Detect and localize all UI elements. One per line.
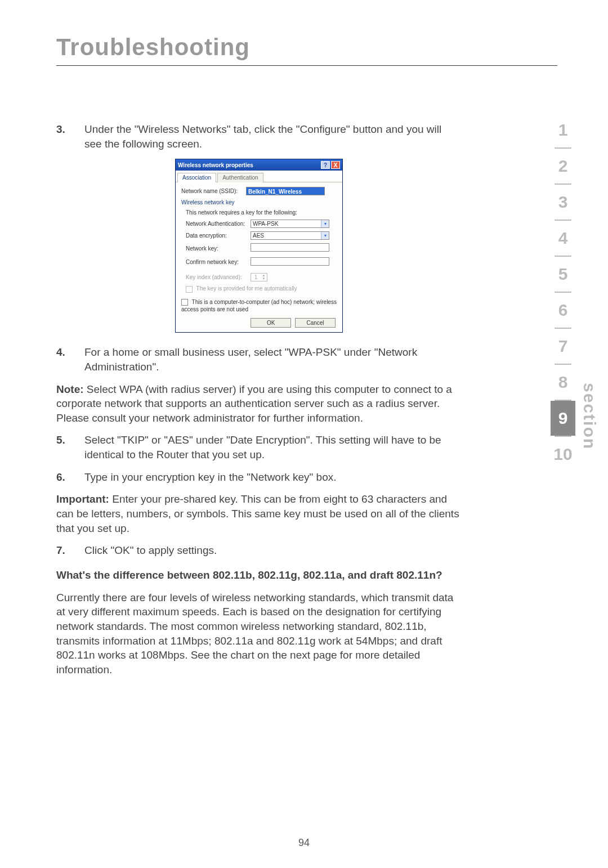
chevron-down-icon: ▾ bbox=[321, 232, 329, 239]
key-index-label: Key index (advanced): bbox=[186, 274, 251, 281]
content-area: 3. Under the "Wireless Networks" tab, cl… bbox=[56, 122, 462, 677]
auto-key-label: The key is provided for me automatically bbox=[196, 285, 297, 292]
dialog-tabs: Association Authentication bbox=[176, 171, 342, 182]
tab-authentication[interactable]: Authentication bbox=[217, 173, 263, 182]
step-4-text: For a home or small business user, selec… bbox=[84, 345, 462, 374]
cancel-button[interactable]: Cancel bbox=[295, 318, 336, 328]
subheading: What's the difference between 802.11b, 8… bbox=[56, 568, 462, 583]
auth-label: Network Authentication: bbox=[186, 220, 251, 228]
step-3-number: 3. bbox=[56, 122, 84, 151]
section-nav: 1 2 3 4 5 6 7 8 9 10 bbox=[551, 113, 575, 472]
step-5-text: Select "TKIP" or "AES" under "Date Encry… bbox=[84, 433, 462, 462]
note-label: Note: bbox=[56, 383, 84, 395]
wireless-properties-dialog: Wireless network properties ? X Associat… bbox=[175, 159, 343, 333]
step-5-number: 5. bbox=[56, 433, 84, 462]
close-button[interactable]: X bbox=[331, 161, 340, 169]
enc-label: Data encryption: bbox=[186, 232, 251, 240]
network-key-input[interactable] bbox=[251, 243, 329, 252]
key-index-value: 1 bbox=[251, 274, 261, 281]
section-nav-8[interactable]: 8 bbox=[551, 365, 575, 400]
step-6-text: Type in your encryption key in the "Netw… bbox=[84, 470, 462, 485]
section-nav-4[interactable]: 4 bbox=[551, 221, 575, 256]
section-nav-2[interactable]: 2 bbox=[551, 149, 575, 184]
section-nav-5[interactable]: 5 bbox=[551, 257, 575, 292]
page-number: 94 bbox=[0, 837, 608, 849]
adhoc-checkbox[interactable] bbox=[181, 299, 188, 306]
help-button[interactable]: ? bbox=[321, 161, 330, 169]
body-paragraph: Currently there are four levels of wirel… bbox=[56, 590, 462, 677]
step-5: 5. Select "TKIP" or "AES" under "Date En… bbox=[56, 433, 462, 462]
wireless-key-header: Wireless network key bbox=[181, 199, 337, 207]
confirm-key-input[interactable] bbox=[251, 257, 329, 266]
section-nav-6[interactable]: 6 bbox=[551, 293, 575, 328]
adhoc-label: This is a computer-to-computer (ad hoc) … bbox=[181, 299, 337, 313]
confirm-key-label: Confirm network key: bbox=[186, 258, 251, 266]
note-text: Select WPA (with radius server) if you a… bbox=[56, 383, 452, 424]
section-nav-3[interactable]: 3 bbox=[551, 185, 575, 220]
important-text: Enter your pre-shared key. This can be f… bbox=[56, 493, 459, 534]
step-4: 4. For a home or small business user, se… bbox=[56, 345, 462, 374]
section-label: section bbox=[580, 383, 599, 450]
network-key-label: Network key: bbox=[186, 245, 251, 253]
step-7: 7. Click "OK" to apply settings. bbox=[56, 543, 462, 558]
enc-value: AES bbox=[251, 232, 321, 239]
dialog-title-text: Wireless network properties bbox=[178, 162, 320, 169]
section-nav-7[interactable]: 7 bbox=[551, 329, 575, 364]
step-6: 6. Type in your encryption key in the "N… bbox=[56, 470, 462, 485]
dialog-figure: Wireless network properties ? X Associat… bbox=[56, 159, 462, 333]
step-7-text: Click "OK" to apply settings. bbox=[84, 543, 462, 558]
section-nav-10[interactable]: 10 bbox=[551, 437, 575, 472]
spinner-down-icon: ▼ bbox=[261, 277, 267, 280]
step-3: 3. Under the "Wireless Networks" tab, cl… bbox=[56, 122, 462, 151]
section-nav-9[interactable]: 9 bbox=[551, 401, 575, 436]
dialog-body: Network name (SSID): Belkin_N1_Wireless … bbox=[176, 182, 342, 333]
auth-value: WPA-PSK bbox=[251, 220, 321, 227]
important-label: Important: bbox=[56, 493, 109, 505]
dialog-titlebar: Wireless network properties ? X bbox=[176, 159, 342, 171]
auth-select[interactable]: WPA-PSK ▾ bbox=[251, 220, 329, 228]
important-paragraph: Important: Enter your pre-shared key. Th… bbox=[56, 492, 462, 535]
step-6-number: 6. bbox=[56, 470, 84, 485]
note-paragraph: Note: Select WPA (with radius server) if… bbox=[56, 382, 462, 426]
key-index-spinner: 1 ▲▼ bbox=[251, 273, 267, 281]
auto-key-checkbox bbox=[186, 286, 193, 293]
page-title: Troubleshooting bbox=[56, 34, 557, 61]
section-nav-1[interactable]: 1 bbox=[551, 113, 575, 147]
chevron-down-icon: ▾ bbox=[321, 220, 329, 227]
enc-select[interactable]: AES ▾ bbox=[251, 231, 329, 240]
title-rule bbox=[56, 65, 557, 66]
ok-button[interactable]: OK bbox=[251, 318, 291, 328]
ssid-input[interactable]: Belkin_N1_Wireless bbox=[246, 187, 325, 195]
ssid-label: Network name (SSID): bbox=[181, 187, 246, 195]
tab-association[interactable]: Association bbox=[177, 173, 216, 182]
wireless-key-sub: This network requires a key for the foll… bbox=[186, 209, 337, 217]
step-4-number: 4. bbox=[56, 345, 84, 374]
step-7-number: 7. bbox=[56, 543, 84, 558]
step-3-text: Under the "Wireless Networks" tab, click… bbox=[84, 122, 462, 151]
